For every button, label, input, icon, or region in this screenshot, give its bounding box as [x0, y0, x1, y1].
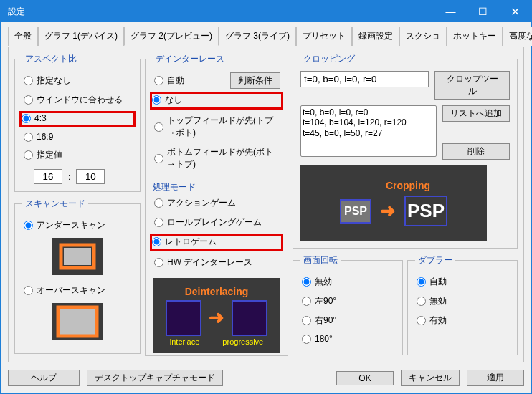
fieldset-scan: スキャンモード アンダースキャン オーバースキャン [14, 198, 141, 354]
aspect-window[interactable]: ウインドウに合わせる [22, 90, 133, 110]
window-title: 設定 [8, 6, 25, 18]
crop-list[interactable]: t=0, b=0, l=0, r=0t=104, b=104, l=120, r… [300, 105, 437, 157]
column-aspect-scan: アスペクト比 指定なし ウインドウに合わせる 4:3 16:9 指定値 : スキ… [14, 53, 141, 356]
cancel-button[interactable]: キャンセル [401, 370, 460, 386]
crop-add-button[interactable]: リストへ追加 [442, 105, 510, 122]
tab-録画設定[interactable]: 録画設定 [352, 27, 399, 46]
aspect-value[interactable]: 指定値 [22, 145, 133, 165]
aspect-separator: : [68, 172, 70, 182]
overscan-icon [52, 303, 103, 340]
scan-under[interactable]: アンダースキャン [22, 216, 133, 235]
column-deinterlace: デインターレース 自動 判断条件 なし トップフィールドが先(トプ→ボト) ボト… [145, 53, 288, 356]
maximize-button[interactable]: ☐ [467, 1, 499, 22]
fieldset-doubler: ダブラー 自動 無効 有効 [407, 254, 518, 355]
tab-スクショ[interactable]: スクショ [399, 27, 447, 46]
legend-doubler: ダブラー [415, 254, 455, 266]
crop-list-item[interactable]: t=45, b=0, l=50, r=27 [303, 128, 434, 138]
help-button[interactable]: ヘルプ [8, 370, 80, 386]
underscan-icon [52, 238, 103, 275]
tab-グラフ 2(プレビュー)[interactable]: グラフ 2(プレビュー) [124, 27, 219, 46]
close-button[interactable]: ✕ [499, 1, 531, 22]
legend-aspect: アスペクト比 [22, 53, 80, 65]
tab-ホットキー[interactable]: ホットキー [447, 27, 503, 46]
aspect-169[interactable]: 16:9 [22, 128, 133, 145]
svg-rect-4 [58, 307, 97, 336]
mode-legend: 処理モード [153, 181, 280, 193]
deinterlace-graphic: Deinterlacing ➜ interlaceprogressive [153, 278, 280, 353]
fieldset-cropping: クロッピング クロップツール t=0, b=0, l=0, r=0t=104, … [293, 53, 518, 249]
arrow-icon: ➜ [209, 307, 224, 329]
footer: ヘルプ デスクトップキャプチャモード OK キャンセル 適用 [1, 367, 531, 393]
content-area: 全般グラフ 1(デバイス)グラフ 2(プレビュー)グラフ 3(ライブ)プリセット… [1, 22, 531, 367]
crop-tool-button[interactable]: クロップツール [434, 71, 510, 100]
column-cropping: クロッピング クロップツール t=0, b=0, l=0, r=0t=104, … [293, 53, 518, 356]
legend-cropping: クロッピング [300, 53, 358, 65]
deint-top[interactable]: トップフィールドが先(トプ→ボト) [153, 111, 280, 143]
tab-panel: アスペクト比 指定なし ウインドウに合わせる 4:3 16:9 指定値 : スキ… [8, 47, 524, 362]
moon-interlace-icon [166, 300, 201, 336]
scan-over[interactable]: オーバースキャン [22, 281, 133, 300]
tab-strip: 全般グラフ 1(デバイス)グラフ 2(プレビュー)グラフ 3(ライブ)プリセット… [8, 27, 524, 46]
fieldset-aspect: アスペクト比 指定なし ウインドウに合わせる 4:3 16:9 指定値 : [14, 53, 141, 192]
mode-retro[interactable]: レトロゲーム [150, 234, 283, 251]
cropping-graphic: Cropping PSP ➜ PSP [300, 165, 487, 241]
doubler-none[interactable]: 無効 [415, 292, 510, 311]
deint-none[interactable]: なし [150, 92, 283, 110]
rotate-left90[interactable]: 左90° [300, 292, 395, 311]
aspect-height-input[interactable] [76, 169, 105, 184]
psp-big-icon: PSP [404, 196, 447, 226]
svg-rect-2 [64, 248, 91, 265]
aspect-custom-inputs: : [34, 169, 133, 184]
rotate-right90[interactable]: 右90° [300, 311, 395, 330]
tab-全般[interactable]: 全般 [8, 27, 38, 46]
arrow-icon: ➜ [380, 200, 396, 222]
crop-list-item[interactable]: t=0, b=0, l=0, r=0 [303, 107, 434, 117]
doubler-auto[interactable]: 自動 [415, 272, 510, 292]
tab-グラフ 1(デバイス)[interactable]: グラフ 1(デバイス) [38, 27, 124, 46]
tab-高度な設定[interactable]: 高度な設定 [503, 27, 532, 46]
mode-action[interactable]: アクションゲーム [153, 193, 280, 213]
bottom-row: 画面回転 無効 左90° 右90° 180° ダブラー 自動 無効 有効 [293, 254, 518, 361]
crop-current-input[interactable] [300, 71, 429, 87]
fieldset-deinterlace: デインターレース 自動 判断条件 なし トップフィールドが先(トプ→ボト) ボト… [145, 53, 288, 356]
aspect-43[interactable]: 4:3 [19, 111, 136, 127]
ok-button[interactable]: OK [336, 371, 394, 385]
psp-small-icon: PSP [340, 199, 371, 224]
legend-rotate: 画面回転 [300, 254, 341, 266]
desktop-capture-button[interactable]: デスクトップキャプチャモード [87, 370, 223, 386]
mode-hw[interactable]: HW デインターレース [153, 253, 280, 272]
deint-auto[interactable]: 自動 [153, 71, 224, 90]
tab-プリセット[interactable]: プリセット [296, 27, 352, 46]
rotate-none[interactable]: 無効 [300, 272, 395, 292]
judge-button[interactable]: 判断条件 [230, 72, 280, 89]
crop-delete-button[interactable]: 削除 [442, 143, 510, 160]
legend-scan: スキャンモード [22, 198, 88, 210]
mode-rpg[interactable]: ロールプレイングゲーム [153, 213, 280, 232]
minimize-button[interactable]: — [434, 1, 467, 22]
aspect-width-input[interactable] [34, 169, 62, 184]
settings-window: 設定 — ☐ ✕ 全般グラフ 1(デバイス)グラフ 2(プレビュー)グラフ 3(… [0, 0, 532, 394]
titlebar: 設定 — ☐ ✕ [1, 1, 531, 22]
deint-bottom[interactable]: ボトムフィールドが先(ボト→トプ) [153, 143, 280, 174]
aspect-none[interactable]: 指定なし [22, 71, 133, 90]
fieldset-rotate: 画面回転 無効 左90° 右90° 180° [293, 254, 403, 355]
crop-list-item[interactable]: t=104, b=104, l=120, r=120 [303, 117, 434, 128]
legend-deinterlace: デインターレース [153, 53, 227, 65]
rotate-180[interactable]: 180° [300, 330, 395, 347]
moon-progressive-icon [232, 300, 267, 336]
apply-button[interactable]: 適用 [467, 370, 524, 386]
tab-グラフ 3(ライブ)[interactable]: グラフ 3(ライブ) [219, 27, 296, 46]
doubler-on[interactable]: 有効 [415, 311, 510, 330]
